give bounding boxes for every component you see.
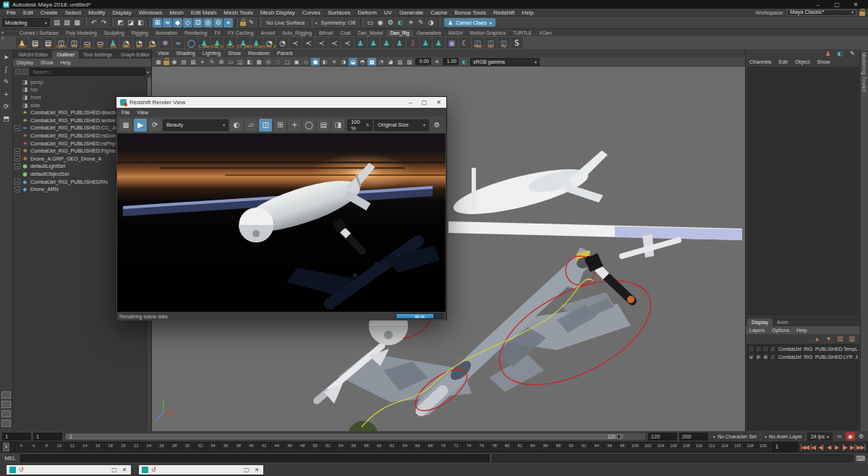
pixel-grid-icon[interactable]: ⊞ xyxy=(273,119,286,132)
viewport-menu-renderer[interactable]: Renderer xyxy=(244,50,273,56)
outliner-item[interactable]: ◨top xyxy=(14,86,151,94)
step-forward-frame-icon[interactable]: ▶| xyxy=(848,444,856,451)
move-layer-down-icon[interactable]: ▾ xyxy=(824,334,833,344)
move-layer-up-icon[interactable]: ▴ xyxy=(812,334,822,344)
select-object-icon[interactable]: ◪ xyxy=(126,18,135,27)
shelf-tab-sculpting[interactable]: Sculpting xyxy=(101,30,128,36)
paint-select-tool-icon[interactable]: ✎ xyxy=(1,77,12,86)
layout-pane-icon[interactable] xyxy=(1,391,11,399)
rv-maximize-icon[interactable]: ▢ xyxy=(422,99,427,106)
field-chart-icon[interactable]: ▦ xyxy=(255,58,263,66)
safe-action-icon[interactable]: ◎ xyxy=(264,58,273,66)
shelf-circle[interactable]: ◯ xyxy=(185,37,197,48)
viewport-menu-show[interactable]: Show xyxy=(224,50,244,56)
auto-key-icon[interactable]: ◉ xyxy=(846,432,855,441)
shelf-angle2[interactable]: ≺ xyxy=(302,37,315,48)
toon-icon[interactable]: ◑ xyxy=(426,18,435,27)
time-tick[interactable]: 18 xyxy=(105,443,118,451)
menu-bonus-tools[interactable]: Bonus Tools xyxy=(451,9,489,16)
time-tick[interactable]: 6 xyxy=(27,443,41,451)
shelf-jrs[interactable]: ♟JRS xyxy=(107,37,119,48)
tool-settings-icon[interactable]: ◐ xyxy=(835,49,845,59)
time-tick[interactable]: 120 xyxy=(757,443,770,451)
shelf-tab-fx-caching[interactable]: FX Caching xyxy=(224,30,258,36)
shelf-b1[interactable]: ◫PBW xyxy=(472,37,484,48)
viewport-menu-panels[interactable]: Panels xyxy=(273,50,297,56)
render-view-menu-view[interactable]: View xyxy=(134,109,152,116)
rv-close-icon[interactable]: ✕ xyxy=(436,99,441,106)
shelf-angle4[interactable]: ≺ xyxy=(328,37,341,48)
shelf-tab-curves-surfaces[interactable]: Curves / Surfaces xyxy=(16,30,62,36)
new-empty-layer-icon[interactable]: ▤ xyxy=(835,334,845,344)
playback-end-field[interactable]: 120 xyxy=(648,433,677,441)
layer-visibility-toggle[interactable] xyxy=(748,346,754,352)
shelf-down[interactable]: ⇩ xyxy=(407,37,419,48)
shelf-cgext[interactable]: ◫CgExt xyxy=(55,37,67,48)
shelf-ff[interactable]: ▤FF xyxy=(42,37,54,48)
snap-center-icon[interactable]: ◎ xyxy=(203,18,213,27)
time-tick[interactable]: 30 xyxy=(182,443,195,451)
refresh-render-icon[interactable]: ⟳ xyxy=(148,119,161,132)
time-tick[interactable]: 100 xyxy=(629,443,642,451)
layer-visibility-toggle[interactable]: V xyxy=(748,354,754,360)
shaded-icon[interactable]: ● xyxy=(311,58,320,66)
menu-windows[interactable]: Windows xyxy=(135,9,166,16)
time-tick[interactable]: 66 xyxy=(412,443,425,451)
shelf-b3[interactable]: ◫PL xyxy=(498,37,510,48)
ipr-render-icon[interactable]: ◉ xyxy=(375,18,385,27)
open-scene-icon[interactable]: ▧ xyxy=(62,18,72,27)
resolution-gate-icon[interactable]: ◫ xyxy=(236,58,244,66)
shelf-cgl[interactable]: ♟CGL_CK xyxy=(211,37,224,48)
restore-icon[interactable]: ▢ xyxy=(243,467,250,473)
shelf-rig1[interactable]: ♟ xyxy=(354,37,367,48)
time-tick[interactable]: 52 xyxy=(322,443,335,451)
shelf-tab-xgen[interactable]: XGen xyxy=(535,30,555,36)
layer-editor-menu-help[interactable]: Help xyxy=(793,328,810,333)
fps-dropdown[interactable]: 24 fps▾ xyxy=(807,433,833,441)
viewport-menu-view[interactable]: View xyxy=(154,50,172,56)
expand-icon[interactable]: + xyxy=(14,148,20,154)
menu-modify[interactable]: Modify xyxy=(85,9,109,16)
maximize-icon[interactable]: ▢ xyxy=(833,1,841,8)
time-tick[interactable]: 72 xyxy=(450,443,463,451)
shelf-tab-turtle[interactable]: TURTLE xyxy=(509,30,535,36)
workspace-dropdown[interactable]: Maya Classic* ▾ xyxy=(787,9,856,16)
time-tick[interactable]: 26 xyxy=(156,443,169,451)
menu-edit[interactable]: Edit xyxy=(20,9,37,16)
shelf-angle5[interactable]: ≺ xyxy=(341,37,354,48)
time-tick[interactable]: 86 xyxy=(540,443,553,451)
shelf-menu-icon[interactable]: ▾≡ xyxy=(1,30,4,41)
multisample-aa-icon[interactable]: ▩ xyxy=(367,58,376,66)
shelf-rig3[interactable]: ♟ xyxy=(380,37,393,48)
range-slider[interactable]: 1 120 xyxy=(64,433,646,441)
use-all-lights-icon[interactable]: ☀ xyxy=(330,58,339,66)
time-tick[interactable]: 12 xyxy=(66,443,79,451)
shelf-rig4[interactable]: ♟ xyxy=(393,37,406,48)
anim-prefs-icon[interactable]: ⚙ xyxy=(856,432,866,441)
outliner-tab-outliner[interactable]: Outliner xyxy=(52,51,79,59)
outliner-menu-show[interactable]: Show xyxy=(37,60,57,65)
scale-tool-icon[interactable]: ⬒ xyxy=(1,114,12,123)
gamma-field[interactable]: 1.00 xyxy=(443,58,459,65)
shelf-angle1[interactable]: ≺ xyxy=(289,37,302,48)
shelf-tab-mash[interactable]: MASH xyxy=(445,30,467,36)
select-camera-icon[interactable]: ▦ xyxy=(154,58,163,66)
play-forwards-icon[interactable]: ▶ xyxy=(833,444,841,451)
shelf-purple[interactable]: ▣ xyxy=(446,37,458,48)
shelf-tab-generators[interactable]: Generators xyxy=(413,30,445,36)
rendered-image[interactable] xyxy=(117,134,446,312)
menu-generate[interactable]: Generate xyxy=(396,9,427,16)
layer-row[interactable]: VPR∕CombatJet_RIG_PUBLISHED:LYR_Jet_GEO xyxy=(746,353,859,361)
time-tick[interactable]: 36 xyxy=(220,443,233,451)
frame-all-icon[interactable]: ▢ xyxy=(283,58,292,66)
film-gate-icon[interactable]: ▭ xyxy=(226,58,235,66)
snap-point-icon[interactable]: ◆ xyxy=(173,18,182,27)
shelf-tab-bifrost[interactable]: Bifrost xyxy=(315,30,336,36)
shelf-rig5[interactable]: ♟ xyxy=(420,37,432,48)
render-region-icon[interactable]: ◫ xyxy=(259,119,272,132)
time-tick[interactable]: 78 xyxy=(488,443,501,451)
animation-start-field[interactable]: 1 xyxy=(2,433,31,441)
close-icon[interactable]: ✕ xyxy=(121,467,128,473)
symmetry-caret-icon[interactable]: ▾ xyxy=(315,20,317,25)
range-slider-handle[interactable]: 1 120 xyxy=(67,434,624,439)
